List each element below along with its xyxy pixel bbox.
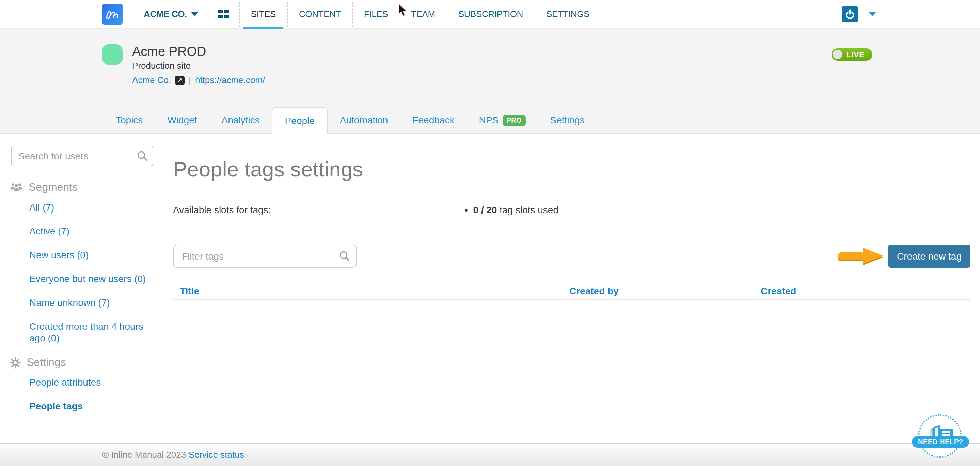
segment-active[interactable]: Active (7) <box>29 225 70 236</box>
filter-row: Create new tag <box>173 244 980 268</box>
service-status-link[interactable]: Service status <box>188 450 244 460</box>
list-item: Created more than 4 hours ago (0) <box>29 321 159 344</box>
list-item: Name unknown (7) <box>29 297 173 309</box>
segment-created-4-hours[interactable]: Created more than 4 hours ago (0) <box>29 321 143 343</box>
live-label: LIVE <box>846 50 865 59</box>
live-toggle[interactable]: LIVE <box>832 48 872 61</box>
segment-name-unknown[interactable]: Name unknown (7) <box>29 297 110 308</box>
logo-squiggle-icon <box>104 6 121 22</box>
sidebar-item-people-attributes[interactable]: People attributes <box>29 377 101 388</box>
tab-people[interactable]: People <box>272 107 328 134</box>
list-item: Everyone but new users (0) <box>29 273 173 285</box>
main-panel: People tags settings Available slots for… <box>173 134 980 300</box>
tab-settings[interactable]: Settings <box>538 107 597 134</box>
filter-tags-input[interactable] <box>173 244 357 268</box>
site-type: Production site <box>132 61 191 71</box>
mouse-cursor <box>398 3 408 18</box>
logout-button[interactable] <box>842 6 858 22</box>
nav-item-settings[interactable]: SETTINGS <box>535 0 601 28</box>
user-search <box>11 146 153 166</box>
slots-label: Available slots for tags: <box>173 204 271 215</box>
need-help-badge[interactable]: NEED HELP? <box>912 436 969 448</box>
tab-topics[interactable]: Topics <box>103 107 155 134</box>
slots-row: Available slots for tags: • 0 / 20 tag s… <box>173 204 980 215</box>
settings-section-title: Settings <box>10 356 173 369</box>
slots-bullet: • <box>465 204 468 215</box>
pro-badge: PRO <box>503 115 525 126</box>
session-controls <box>822 0 876 28</box>
footer-text: © Inline Manual 2023 Service status <box>102 444 980 466</box>
search-icon <box>339 251 350 262</box>
list-item: All (7) <box>29 202 173 213</box>
account-dropdown[interactable]: ACME CO. <box>127 0 208 28</box>
list-item: New users (0) <box>29 249 173 261</box>
site-name: Acme PROD <box>132 44 206 59</box>
sidebar: Segments All (7) Active (7) New users (0… <box>0 134 173 425</box>
nav-item-subscription[interactable]: SUBSCRIPTION <box>447 0 535 28</box>
toggle-knob <box>833 50 842 59</box>
gear-icon <box>10 357 21 368</box>
external-link-icon[interactable]: ↗ <box>175 75 185 85</box>
footer: © Inline Manual 2023 Service status <box>0 443 980 466</box>
site-tabs: Topics Widget Analytics People Automatio… <box>103 107 597 134</box>
tab-nps-label: NPS <box>479 115 498 125</box>
segment-everyone-but-new[interactable]: Everyone but new users (0) <box>29 273 146 284</box>
site-links: Acme Co. ↗ | https://acme.com/ <box>132 75 265 85</box>
inline-manual-logo[interactable] <box>102 4 123 24</box>
column-header-created[interactable]: Created <box>761 286 796 296</box>
tab-analytics[interactable]: Analytics <box>209 107 272 134</box>
slots-used: • 0 / 20 tag slots used <box>465 204 558 215</box>
org-link[interactable]: Acme Co. <box>132 75 171 85</box>
sidebar-item-people-tags[interactable]: People tags <box>29 401 83 412</box>
slots-used-rest: tag slots used <box>497 204 558 215</box>
tab-automation[interactable]: Automation <box>328 107 401 134</box>
tab-widget[interactable]: Widget <box>155 107 209 134</box>
tag-filter <box>173 244 357 268</box>
segment-all[interactable]: All (7) <box>29 202 54 212</box>
list-item: Active (7) <box>29 225 173 237</box>
account-label: ACME CO. <box>144 9 187 19</box>
tab-feedback[interactable]: Feedback <box>400 107 466 134</box>
settings-title-label: Settings <box>27 356 66 369</box>
create-new-tag-button[interactable]: Create new tag <box>888 244 970 268</box>
column-header-created-by[interactable]: Created by <box>570 286 619 296</box>
site-header: Acme PROD Production site Acme Co. ↗ | h… <box>0 29 980 134</box>
chevron-down-icon <box>192 12 199 16</box>
segments-section-title: Segments <box>10 181 173 193</box>
list-item: People attributes <box>29 377 173 388</box>
nav-item-files[interactable]: FILES <box>352 0 399 28</box>
content-area: Segments All (7) Active (7) New users (0… <box>0 134 980 443</box>
copyright-label: © Inline Manual 2023 <box>102 450 186 460</box>
column-header-title[interactable]: Title <box>180 286 199 296</box>
slots-used-count: 0 / 20 <box>473 204 497 215</box>
app-window: ACME CO. SITES CONTENT FILES TEAM SUBSCR… <box>0 0 980 466</box>
page-title: People tags settings <box>173 159 980 180</box>
power-icon <box>845 8 855 19</box>
search-icon <box>137 150 148 161</box>
chevron-down-icon[interactable] <box>869 12 876 16</box>
nav-item-content[interactable]: CONTENT <box>287 0 352 28</box>
link-separator: | <box>189 75 191 85</box>
apps-grid-button[interactable] <box>208 0 239 28</box>
grid-icon <box>218 9 229 19</box>
site-avatar <box>102 44 123 65</box>
users-icon <box>10 183 23 192</box>
tab-nps[interactable]: NPSPRO <box>466 107 538 134</box>
tags-table-header: Title Created by Created <box>173 286 970 300</box>
annotation-arrow-icon <box>837 246 885 267</box>
segments-title-label: Segments <box>29 181 78 193</box>
site-url-link[interactable]: https://acme.com/ <box>195 75 265 85</box>
list-item: People tags <box>29 401 173 412</box>
search-users-input[interactable] <box>11 146 153 166</box>
nav-item-sites[interactable]: SITES <box>239 0 287 28</box>
segments-list: All (7) Active (7) New users (0) Everyon… <box>0 202 173 344</box>
top-navbar: ACME CO. SITES CONTENT FILES TEAM SUBSCR… <box>0 0 980 29</box>
segment-new-users[interactable]: New users (0) <box>29 249 89 260</box>
settings-list: People attributes People tags <box>0 377 173 412</box>
